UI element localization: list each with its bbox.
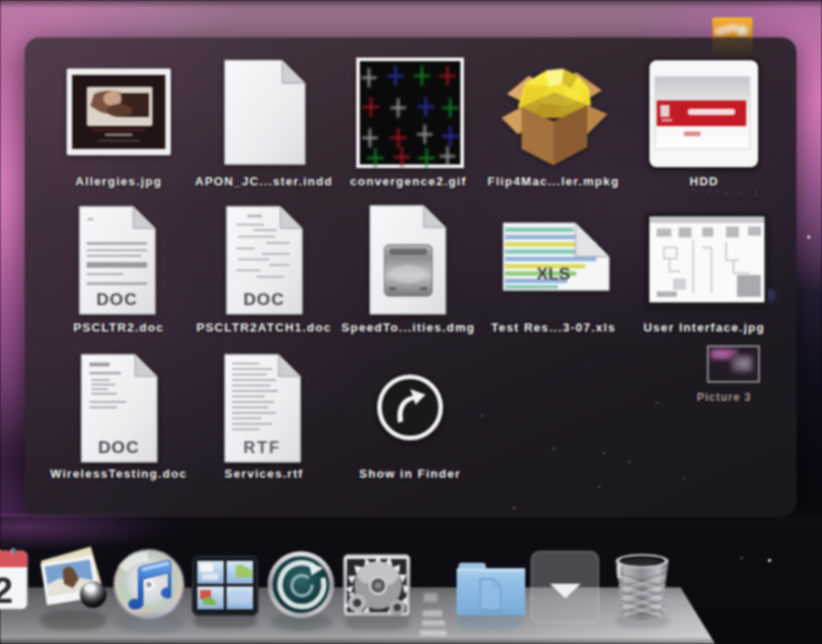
svg-text:DOC: DOC [243,290,284,309]
svg-text:DOC: DOC [96,290,137,309]
svg-text:XLS: XLS [537,264,571,283]
svg-text:RTF: RTF [244,438,281,457]
svg-text:DOC: DOC [98,438,139,457]
svg-text:2: 2 [0,570,13,610]
